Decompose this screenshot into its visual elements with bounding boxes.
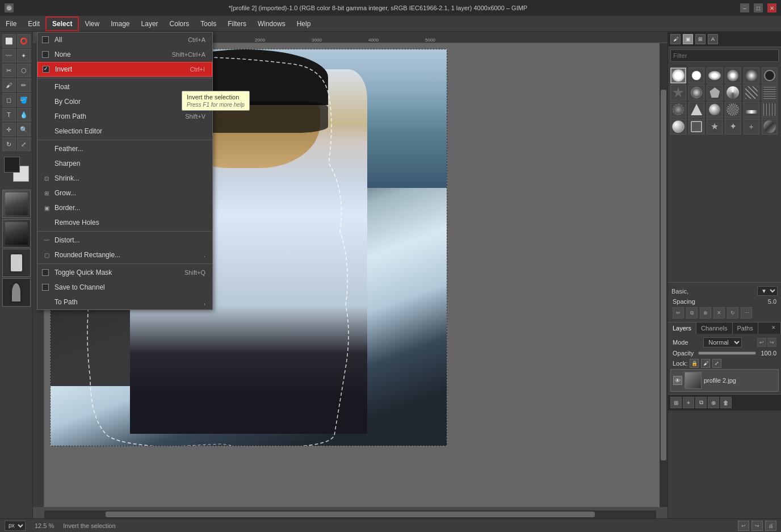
lock-position-button[interactable]: ⤢: [712, 359, 721, 368]
lock-alpha-button[interactable]: 🔒: [690, 359, 699, 368]
layer-visibility-toggle[interactable]: 👁: [673, 376, 682, 385]
thumb-3[interactable]: [2, 249, 31, 277]
brush-18[interactable]: [762, 102, 778, 118]
menu-filters[interactable]: Filters: [222, 18, 252, 30]
undo-history-button[interactable]: ↩: [738, 521, 749, 531]
menu-item-feather[interactable]: Feather...: [37, 141, 212, 156]
menu-item-shrink[interactable]: ⊡ Shrink...: [37, 171, 212, 186]
menu-item-grow[interactable]: ⊞ Grow...: [37, 186, 212, 200]
icon-dynamics[interactable]: ▣: [683, 34, 693, 44]
merge-layer-button[interactable]: ⊕: [708, 397, 719, 408]
menu-item-from-path[interactable]: From Path Shift+V: [37, 109, 212, 124]
redo-icon[interactable]: ↪: [767, 338, 776, 347]
background-color[interactable]: [4, 157, 20, 173]
brush-2[interactable]: [688, 68, 704, 83]
tab-channels[interactable]: Channels: [696, 322, 732, 334]
tool-paths[interactable]: ⬡: [17, 64, 31, 77]
menu-image[interactable]: Image: [105, 18, 135, 30]
brush-9[interactable]: [707, 85, 723, 100]
icon-brush[interactable]: 🖌: [670, 34, 681, 44]
menu-select[interactable]: Select: [45, 16, 79, 31]
icon-fonts[interactable]: A: [708, 34, 718, 44]
thumb-2[interactable]: [2, 219, 31, 248]
tool-scale[interactable]: ⤢: [17, 137, 31, 151]
brush-17[interactable]: [744, 102, 759, 118]
menu-item-remove-holes[interactable]: Remove Holes: [37, 215, 212, 230]
menu-file[interactable]: File: [0, 18, 22, 30]
menu-item-sharpen[interactable]: Sharpen: [37, 156, 212, 171]
thumb-4[interactable]: [2, 278, 31, 307]
tool-scissors[interactable]: ✂: [2, 64, 16, 77]
brush-15[interactable]: [707, 102, 723, 118]
layer-item-1[interactable]: 👁 profile 2.jpg: [670, 369, 779, 392]
duplicate-layer-button[interactable]: ⧉: [695, 397, 707, 408]
menu-view[interactable]: View: [79, 18, 105, 30]
icon-patterns[interactable]: ⊞: [695, 34, 706, 44]
paste-icon[interactable]: ⊕: [700, 307, 711, 319]
menu-help[interactable]: Help: [291, 18, 317, 30]
mode-select[interactable]: Normal Multiply Screen: [703, 337, 742, 347]
menu-item-float[interactable]: Float: [37, 79, 212, 94]
tool-ellipse-select[interactable]: ⭕: [17, 34, 31, 48]
copy-icon[interactable]: ⧉: [686, 307, 698, 319]
tool-free-select[interactable]: 〰: [2, 49, 16, 62]
brush-star[interactable]: [670, 85, 686, 100]
brush-filter-input[interactable]: [670, 49, 779, 62]
menu-tools[interactable]: Tools: [195, 18, 222, 30]
tool-paintbrush[interactable]: 🖌: [2, 78, 16, 92]
tool-rect-select[interactable]: ⬜: [2, 34, 16, 48]
brush-21[interactable]: ★: [707, 119, 723, 135]
menu-item-rounded-rect[interactable]: ▢ Rounded Rectangle... .: [37, 248, 212, 262]
menu-item-quick-mask[interactable]: Toggle Quick Mask Shift+Q: [37, 265, 212, 280]
menu-layer[interactable]: Layer: [136, 18, 164, 30]
new-layer-group-button[interactable]: ⊞: [670, 397, 682, 408]
brush-22[interactable]: ✦: [725, 119, 741, 135]
tab-paths[interactable]: Paths: [733, 322, 758, 334]
tool-move[interactable]: ✛: [2, 123, 16, 136]
brush-3[interactable]: [707, 68, 723, 83]
redo-history-button[interactable]: ↪: [751, 521, 763, 531]
brush-20[interactable]: [688, 119, 704, 135]
thumb-1[interactable]: [2, 190, 31, 218]
maximize-button[interactable]: □: [754, 3, 763, 12]
brush-hardness-selected[interactable]: [670, 68, 686, 83]
brush-11[interactable]: [744, 85, 759, 100]
menu-item-save-channel[interactable]: Save to Channel: [37, 280, 212, 295]
horizontal-scrollbar[interactable]: [44, 510, 656, 518]
tool-pencil[interactable]: ✏: [17, 78, 31, 92]
brush-4[interactable]: [725, 68, 741, 83]
opacity-slider[interactable]: [698, 351, 756, 355]
brush-23[interactable]: +: [744, 119, 759, 135]
menu-edit[interactable]: Edit: [22, 18, 45, 30]
menu-item-invert[interactable]: Invert Ctrl+I: [37, 62, 212, 77]
brush-8[interactable]: [688, 85, 704, 100]
refresh-icon[interactable]: ↻: [727, 307, 738, 319]
edit-icon[interactable]: ✏: [673, 307, 684, 319]
undo-icon[interactable]: ↩: [757, 338, 766, 347]
close-button[interactable]: ✕: [767, 3, 776, 12]
tool-eraser[interactable]: ◻: [2, 93, 16, 107]
menu-item-by-color[interactable]: By Color: [37, 94, 212, 109]
tool-bucket[interactable]: 🪣: [17, 93, 31, 107]
delete-layer-button[interactable]: 🗑: [720, 397, 732, 408]
brush-dropdown[interactable]: ▼: [757, 286, 778, 296]
lock-paint-button[interactable]: 🖌: [701, 359, 710, 368]
menu-colors[interactable]: Colors: [164, 18, 195, 30]
tool-rotate[interactable]: ↻: [2, 137, 16, 151]
tool-zoom[interactable]: 🔍: [17, 123, 31, 136]
vertical-scrollbar[interactable]: [660, 43, 667, 507]
menu-item-selection-editor[interactable]: Selection Editor: [37, 124, 212, 139]
menu-item-border[interactable]: ▣ Border...: [37, 200, 212, 215]
menu-item-all[interactable]: All Ctrl+A: [37, 32, 212, 47]
delete-icon[interactable]: ✕: [713, 307, 725, 319]
minimize-button[interactable]: –: [740, 3, 749, 12]
unit-select[interactable]: px %: [5, 521, 26, 531]
brush-6[interactable]: [762, 68, 778, 83]
brush-14[interactable]: [688, 102, 704, 118]
brush-19[interactable]: [670, 119, 686, 135]
brush-24[interactable]: [762, 119, 778, 135]
tool-fuzzy-select[interactable]: ✦: [17, 49, 31, 62]
brush-16[interactable]: [725, 102, 741, 118]
tool-text[interactable]: T: [2, 108, 16, 122]
brush-13[interactable]: [670, 102, 686, 118]
